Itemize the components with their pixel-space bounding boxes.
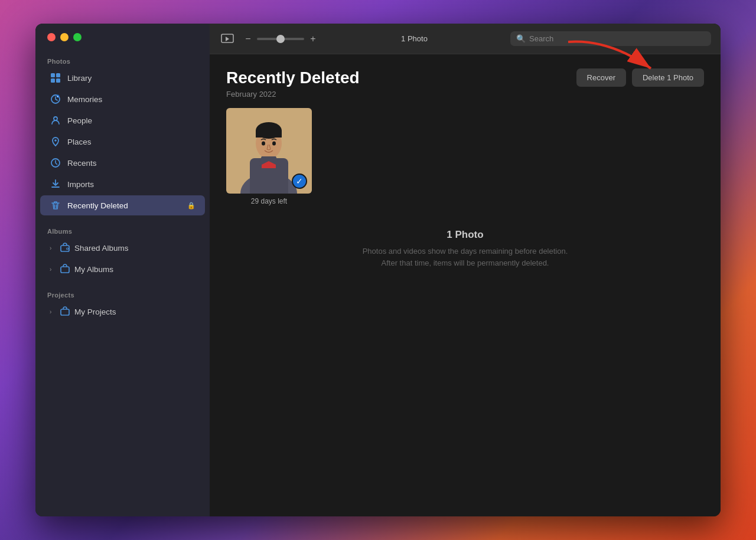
sidebar-item-my-albums[interactable]: › My Albums [40, 259, 205, 279]
page-header: Recently Deleted February 2022 Recover D… [210, 54, 721, 108]
my-projects-icon [59, 306, 71, 318]
svg-rect-2 [51, 78, 55, 83]
zoom-thumb[interactable] [276, 35, 285, 43]
zoom-controls: − + [243, 34, 318, 44]
app-content: Photos Library [35, 24, 721, 516]
svg-rect-13 [61, 309, 69, 315]
recently-deleted-label: Recently Deleted [67, 201, 181, 210]
sidebar-item-imports[interactable]: Imports [40, 174, 205, 194]
photos-grid: ✓ 29 days left [226, 108, 704, 205]
sidebar-item-library[interactable]: Library [40, 68, 205, 88]
slideshow-button[interactable] [219, 31, 236, 47]
close-button[interactable] [47, 33, 56, 41]
photo-count: 1 Photo [325, 34, 503, 43]
photo-days-left: 29 days left [251, 197, 287, 205]
svg-rect-1 [56, 73, 60, 77]
header-buttons: Recover Delete 1 Photo [576, 68, 704, 87]
chevron-right-icon-2: › [50, 266, 56, 273]
chevron-right-icon-3: › [50, 309, 56, 315]
svg-point-25 [272, 142, 276, 146]
shared-albums-label: Shared Albums [74, 244, 195, 253]
page-title: Recently Deleted [226, 68, 360, 87]
page-title-block: Recently Deleted February 2022 [226, 68, 360, 99]
places-icon [50, 136, 61, 148]
search-bar: 🔍 [510, 31, 711, 46]
delete-button[interactable]: Delete 1 Photo [632, 68, 704, 87]
photo-thumbnail[interactable]: ✓ [226, 108, 312, 194]
sidebar: Photos Library [35, 24, 210, 516]
my-albums-icon [59, 263, 71, 275]
app-window: Photos Library [35, 24, 721, 516]
traffic-lights [35, 33, 210, 53]
photos-section-label: Photos [35, 53, 210, 67]
memories-icon [50, 93, 61, 105]
sidebar-item-places[interactable]: Places [40, 132, 205, 152]
library-label: Library [67, 74, 195, 83]
selected-badge: ✓ [292, 174, 307, 189]
sidebar-item-recently-deleted[interactable]: Recently Deleted 🔒 [40, 195, 205, 215]
main-content: − + 1 Photo 🔍 Recently Deleted February … [210, 24, 721, 516]
shared-albums-icon [59, 242, 71, 254]
sidebar-item-shared-albums[interactable]: › Shared Albums [40, 238, 205, 258]
sidebar-item-recents[interactable]: Recents [40, 153, 205, 173]
lock-icon: 🔒 [187, 202, 195, 210]
bottom-text-1: Photos and videos show the days remainin… [238, 246, 692, 257]
sidebar-item-memories[interactable]: Memories [40, 89, 205, 109]
svg-rect-0 [51, 73, 55, 77]
svg-rect-22 [256, 130, 282, 138]
chevron-right-icon: › [50, 245, 56, 251]
my-albums-label: My Albums [74, 265, 195, 274]
zoom-minus-button[interactable]: − [243, 34, 253, 44]
memories-label: Memories [67, 95, 195, 104]
search-input[interactable] [529, 34, 705, 43]
svg-rect-3 [56, 78, 60, 83]
people-label: People [67, 116, 195, 125]
minimize-button[interactable] [60, 33, 69, 41]
page-date: February 2022 [226, 90, 360, 99]
bottom-text-2: After that time, items will be permanent… [238, 257, 692, 269]
recents-label: Recents [67, 159, 195, 168]
search-icon: 🔍 [516, 34, 526, 43]
people-icon [50, 114, 61, 126]
svg-point-7 [54, 139, 57, 142]
imports-label: Imports [67, 180, 195, 189]
zoom-plus-button[interactable]: + [308, 34, 318, 44]
svg-point-11 [67, 248, 68, 250]
library-icon [50, 72, 61, 84]
bottom-count: 1 Photo [238, 229, 692, 241]
photo-item[interactable]: ✓ 29 days left [226, 108, 312, 205]
toolbar: − + 1 Photo 🔍 [210, 24, 721, 54]
recover-button[interactable]: Recover [576, 68, 626, 87]
svg-point-24 [262, 142, 265, 146]
projects-section-label: Projects [35, 287, 210, 301]
recents-icon [50, 157, 61, 169]
places-label: Places [67, 138, 195, 146]
sidebar-item-people[interactable]: People [40, 110, 205, 130]
sidebar-item-my-projects[interactable]: › My Projects [40, 302, 205, 322]
maximize-button[interactable] [73, 33, 82, 41]
albums-section-label: Albums [35, 223, 210, 237]
bottom-info: 1 Photo Photos and videos show the days … [226, 205, 704, 286]
zoom-slider[interactable] [257, 38, 304, 40]
my-projects-label: My Projects [74, 307, 195, 316]
photos-area: ✓ 29 days left 1 Photo Photos and videos… [210, 108, 721, 516]
svg-rect-12 [61, 267, 69, 273]
trash-icon [50, 199, 61, 211]
imports-icon [50, 178, 61, 190]
